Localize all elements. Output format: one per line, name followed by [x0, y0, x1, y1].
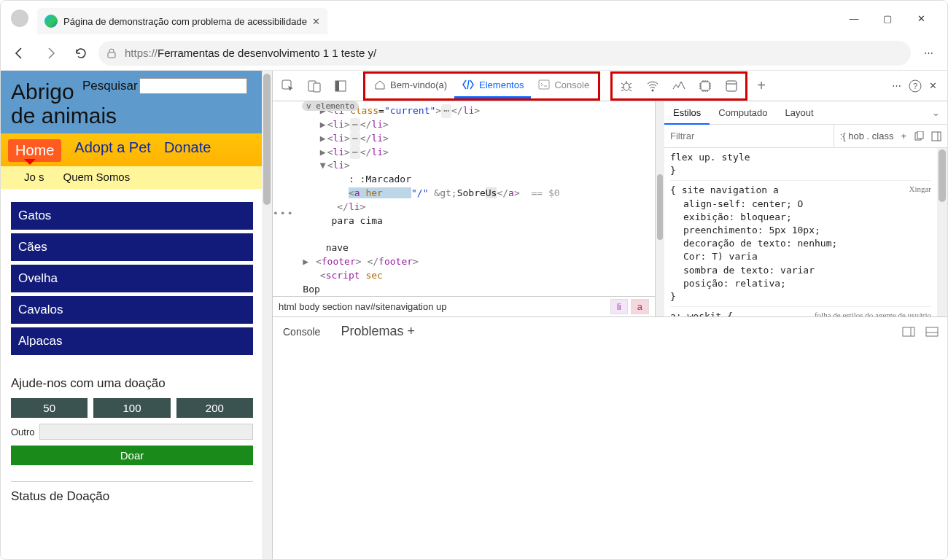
donate-other-input[interactable]: [39, 424, 253, 440]
tab-close-icon[interactable]: ✕: [310, 15, 323, 28]
nav-donate[interactable]: Donate: [164, 139, 211, 162]
drawer-tab-console[interactable]: Console: [273, 317, 330, 346]
drawer-tab-problems[interactable]: Problemas +: [330, 317, 425, 346]
lock-icon: [106, 47, 117, 59]
category-item[interactable]: Cavalos: [11, 296, 253, 324]
svg-rect-16: [903, 327, 914, 336]
donate-submit-button[interactable]: Doar: [11, 446, 253, 465]
category-item[interactable]: Gatos: [11, 202, 253, 230]
back-button[interactable]: [7, 40, 33, 66]
search-label: Pesquisar: [82, 79, 138, 93]
window-maximize-button[interactable]: ▢: [880, 11, 895, 26]
crumb-li[interactable]: li: [610, 299, 628, 314]
nav-adopt[interactable]: Adopt a Pet: [74, 139, 151, 162]
bug-icon[interactable]: [614, 74, 639, 98]
svg-rect-5: [335, 81, 339, 91]
styles-expand-icon[interactable]: ⌄: [923, 101, 947, 125]
tab-layout[interactable]: Layout: [777, 101, 823, 125]
search-input[interactable]: [139, 78, 247, 94]
nav-home[interactable]: Home: [8, 139, 61, 162]
toggle-panel-icon[interactable]: [931, 131, 941, 141]
donate-amount-button[interactable]: 100: [93, 398, 170, 418]
edge-icon: [44, 15, 58, 28]
forward-button[interactable]: [37, 40, 63, 66]
donate-amount-button[interactable]: 200: [176, 398, 253, 418]
donation-status-heading: Status de Doação: [1, 482, 263, 504]
breadcrumb[interactable]: html body section nav#sitenavigation up …: [273, 296, 655, 316]
device-emulation-icon[interactable]: [302, 74, 327, 98]
url-scheme: https://: [125, 47, 158, 59]
svg-rect-15: [932, 132, 941, 141]
svg-rect-10: [726, 81, 737, 91]
copy-styles-icon[interactable]: [914, 131, 924, 141]
tab-title: Página de demonstração com problema de a…: [63, 16, 307, 27]
tab-console[interactable]: Console: [531, 74, 597, 98]
devtools-tools-highlight: [610, 71, 747, 101]
svg-rect-9: [701, 82, 710, 90]
application-icon[interactable]: [719, 74, 744, 98]
url-host: Ferramentas de desenvolvimento 1 1 teste…: [158, 47, 376, 59]
svg-text:?: ?: [913, 82, 917, 90]
inspect-element-icon[interactable]: [276, 74, 300, 98]
memory-icon[interactable]: [693, 74, 718, 98]
styles-scrollbar[interactable]: [937, 148, 947, 316]
page-scrollbar[interactable]: [262, 71, 272, 560]
donate-heading: Ajude-nos com uma doação: [11, 376, 253, 391]
browser-tab[interactable]: Página de demonstração com problema de a…: [37, 8, 327, 34]
styles-rules[interactable]: flex up. style} { site navigation aXinga…: [664, 148, 937, 316]
element-badge: v elemento: [302, 101, 359, 111]
browser-menu-button[interactable]: ⋯: [915, 40, 941, 66]
tab-styles[interactable]: Estilos: [664, 101, 710, 125]
devtools-help-icon[interactable]: ?: [909, 79, 922, 93]
new-rule-icon[interactable]: +: [901, 131, 906, 141]
dom-row-menu-icon[interactable]: •••: [273, 208, 294, 219]
subnav-about[interactable]: Quem Somos: [63, 171, 131, 183]
primary-nav: Home Adopt a Pet Donate: [1, 133, 263, 166]
window-close-button[interactable]: ✕: [914, 11, 928, 26]
dom-scrollbar[interactable]: [656, 101, 664, 316]
dom-tree[interactable]: v elemento ••• ▶<li class="current">⋯</l…: [273, 101, 655, 296]
add-tab-button[interactable]: +: [749, 74, 774, 98]
svg-rect-3: [314, 83, 320, 92]
reload-button[interactable]: [68, 40, 94, 66]
svg-point-7: [623, 83, 629, 90]
crumb-a[interactable]: a: [631, 299, 649, 314]
svg-rect-14: [917, 131, 923, 139]
tab-welcome[interactable]: Bem-vindo(a): [367, 74, 454, 98]
network-icon[interactable]: [640, 74, 665, 98]
donate-amount-button[interactable]: 50: [11, 398, 88, 418]
subnav-jobs[interactable]: Jo s: [24, 171, 44, 183]
drawer-dock-icon[interactable]: [902, 327, 915, 337]
tab-computed[interactable]: Computado: [710, 101, 776, 125]
hov-toggle[interactable]: :{ hob . class: [840, 131, 894, 141]
svg-rect-6: [539, 80, 549, 89]
tab-elements[interactable]: Elementos: [454, 74, 531, 98]
demo-page: Abrigode animais Pesquisar Home Adopt a …: [1, 71, 272, 560]
performance-icon[interactable]: [667, 74, 691, 98]
window-minimize-button[interactable]: —: [847, 11, 861, 26]
category-item[interactable]: Alpacas: [11, 327, 253, 355]
styles-filter-input[interactable]: [664, 125, 834, 147]
category-item[interactable]: Ovelha: [11, 265, 253, 292]
category-item[interactable]: Cães: [11, 233, 253, 261]
svg-rect-17: [926, 327, 938, 336]
devtools-panel: Bem-vindo(a) Elementos Console + ⋯ ? ✕: [272, 71, 947, 560]
devtools-close-icon[interactable]: ✕: [929, 80, 937, 91]
svg-point-8: [652, 89, 654, 91]
donate-other-label: Outro: [11, 427, 35, 438]
url-bar[interactable]: https://Ferramentas de desenvolvimento 1…: [98, 41, 911, 66]
dock-side-icon[interactable]: [328, 74, 353, 98]
devtools-tabs-highlight: Bem-vindo(a) Elementos Console: [363, 71, 600, 101]
drawer-expand-icon[interactable]: [925, 327, 939, 337]
devtools-more-icon[interactable]: ⋯: [892, 80, 901, 91]
drawer-body: [273, 346, 947, 560]
svg-rect-0: [108, 52, 115, 58]
profile-avatar[interactable]: [11, 9, 28, 27]
